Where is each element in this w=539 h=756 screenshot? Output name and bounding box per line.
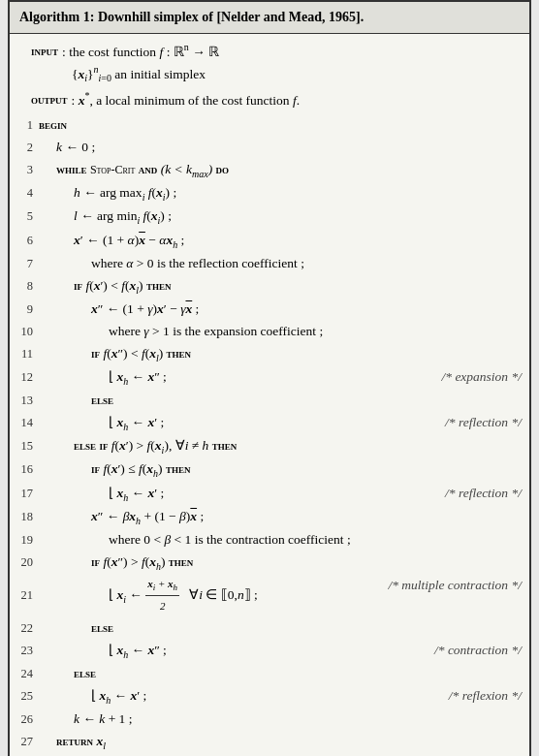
line-content-7: where α > 0 is the reflection coefficien…: [39, 254, 522, 274]
line-content-24: else: [39, 664, 522, 684]
line-num-27: 27: [17, 733, 39, 751]
line-12: 12 ⌊ xh ← x″ ; /* expansion */: [17, 366, 522, 390]
line-content-26: k ← k + 1 ;: [39, 709, 522, 730]
line-13-text: else: [91, 391, 113, 411]
line-12-text: ⌊ xh ← x″ ;: [109, 367, 167, 389]
line-num-8: 8: [17, 277, 39, 296]
line-content-22: else: [39, 618, 522, 639]
line-20-text: if f(x″) > f(xh) then: [91, 552, 193, 574]
line-content-12: ⌊ xh ← x″ ; /* expansion */: [39, 367, 522, 389]
line-num-10: 10: [17, 323, 39, 341]
line-content-16: if f(x′) ≤ f(xh) then: [39, 459, 522, 481]
line-content-3: while Stop-Crit and (k < kmax) do: [39, 160, 522, 181]
line-num-22: 22: [17, 619, 39, 638]
line-content-8: if f(x′) < f(xl) then: [39, 276, 522, 298]
line-19-text: where 0 < β < 1 is the contraction coeff…: [109, 530, 351, 551]
line-22-text: else: [91, 618, 113, 639]
begin-keyword: begin: [39, 115, 67, 136]
line-num-24: 24: [17, 665, 39, 683]
line-14-text: ⌊ xh ← x′ ;: [109, 413, 164, 434]
line-content-27: return xl: [39, 732, 522, 753]
line-18-text: x″ ← βxh + (1 − β)x ;: [91, 507, 204, 528]
input-text1: : the cost function f : ℝn → ℝ: [62, 40, 219, 62]
line-21-comment: /* multiple contraction */: [388, 576, 522, 596]
line-9: 9 x″ ← (1 + γ)x′ − γx ;: [17, 299, 522, 321]
line-10: 10 where γ > 1 is the expansion coeffici…: [17, 321, 522, 343]
line-14-comment: /* reflection */: [445, 413, 522, 433]
line-num-14: 14: [17, 414, 39, 432]
line-5-text: l ← arg mini f(xi) ;: [74, 206, 172, 228]
line-content-11: if f(x″) < f(xl) then: [39, 344, 522, 365]
line-26: 26 k ← k + 1 ;: [17, 709, 522, 731]
line-num-11: 11: [17, 345, 39, 363]
line-content-6: x′ ← (1 + α)x − αxh ;: [39, 231, 522, 252]
algorithm-body: input : the cost function f : ℝn → ℝ {xi…: [10, 34, 529, 756]
line-num-5: 5: [17, 207, 39, 226]
line-25-comment: /* reflexion */: [449, 686, 522, 707]
line-25-text: ⌊ xh ← x′ ;: [91, 686, 146, 708]
line-content-9: x″ ← (1 + γ)x′ − γx ;: [39, 299, 522, 320]
line-9-text: x″ ← (1 + γ)x′ − γx ;: [91, 299, 199, 320]
output-line: output : x*, a local minimum of the cost…: [31, 88, 522, 110]
line-24: 24 else: [17, 663, 522, 685]
line-num-17: 17: [17, 485, 39, 503]
line-3-text: while Stop-Crit and (k < kmax) do: [56, 160, 229, 181]
line-content-4: h ← arg maxi f(xi) ;: [39, 183, 522, 205]
line-num-2: 2: [17, 139, 39, 157]
line-17-comment: /* reflection */: [445, 484, 522, 504]
line-21: 21 ⌊ xi ← xi + xh2 ∀i ∈ ⟦0,n⟧ ; /* multi…: [17, 575, 522, 617]
line-3: 3 while Stop-Crit and (k < kmax) do: [17, 159, 522, 182]
line-content-23: ⌊ xh ← x″ ; /* contraction */: [39, 641, 522, 662]
line-num-16: 16: [17, 460, 39, 479]
line-6-text: x′ ← (1 + α)x − αxh ;: [74, 231, 184, 252]
output-text: : x*, a local minimum of the cost functi…: [72, 88, 301, 110]
line-content-25: ⌊ xh ← x′ ; /* reflexion */: [39, 686, 522, 708]
line-content-19: where 0 < β < 1 is the contraction coeff…: [39, 530, 522, 551]
line-num-26: 26: [17, 710, 39, 729]
line-content-2: k ← 0 ;: [39, 138, 522, 158]
line-7: 7 where α > 0 is the reflection coeffici…: [17, 253, 522, 275]
line-17: 17 ⌊ xh ← x′ ; /* reflection */: [17, 483, 522, 506]
line-23-text: ⌊ xh ← x″ ;: [109, 641, 167, 662]
line-21-text: ⌊ xi ← xi + xh2 ∀i ∈ ⟦0,n⟧ ;: [109, 576, 258, 616]
line-num-15: 15: [17, 437, 39, 456]
line-16-text: if f(x′) ≤ f(xh) then: [91, 459, 190, 481]
line-6: 6 x′ ← (1 + α)x − αxh ;: [17, 230, 522, 253]
line-num-4: 4: [17, 184, 39, 203]
line-num-20: 20: [17, 553, 39, 572]
line-content-5: l ← arg mini f(xi) ;: [39, 206, 522, 228]
input-text2: {xi}ni=0 an initial simplex: [72, 62, 206, 86]
line-content-1: begin: [39, 115, 522, 136]
line-15-text: else if f(x′) > f(xi), ∀i ≠ h then: [74, 436, 237, 457]
line-14: 14 ⌊ xh ← x′ ; /* reflection */: [17, 412, 522, 435]
line-num-13: 13: [17, 392, 39, 410]
line-2: 2 k ← 0 ;: [17, 137, 522, 159]
line-content-15: else if f(x′) > f(xi), ∀i ≠ h then: [39, 436, 522, 457]
line-15: 15 else if f(x′) > f(xi), ∀i ≠ h then: [17, 435, 522, 458]
line-16: 16 if f(x′) ≤ f(xh) then: [17, 458, 522, 482]
line-num-21: 21: [17, 586, 39, 605]
line-8: 8 if f(x′) < f(xl) then: [17, 275, 522, 299]
line-num-6: 6: [17, 232, 39, 250]
line-content-17: ⌊ xh ← x′ ; /* reflection */: [39, 484, 522, 505]
line-content-21: ⌊ xi ← xi + xh2 ∀i ∈ ⟦0,n⟧ ; /* multiple…: [39, 576, 522, 616]
input-line2: {xi}ni=0 an initial simplex: [31, 62, 522, 86]
line-2-text: k ← 0 ;: [56, 138, 95, 158]
algorithm-title-text: : Downhill simplex of [Nelder and Mead, …: [90, 10, 364, 24]
line-20: 20 if f(x″) > f(xh) then: [17, 551, 522, 575]
line-num-3: 3: [17, 161, 39, 179]
line-11-text: if f(x″) < f(xl) then: [91, 344, 191, 365]
input-keyword: input: [31, 42, 58, 62]
line-num-7: 7: [17, 255, 39, 273]
algorithm-label: Algorithm 1: [19, 10, 90, 24]
output-block: output : x*, a local minimum of the cost…: [17, 88, 522, 110]
input-block: input : the cost function f : ℝn → ℝ {xi…: [17, 40, 522, 86]
line-17-text: ⌊ xh ← x′ ;: [109, 484, 164, 505]
line-content-10: where γ > 1 is the expansion coefficient…: [39, 322, 522, 342]
line-num-12: 12: [17, 368, 39, 387]
input-line1: input : the cost function f : ℝn → ℝ: [31, 40, 522, 62]
line-24-text: else: [74, 664, 96, 684]
line-8-text: if f(x′) < f(xl) then: [74, 276, 171, 298]
line-23-comment: /* contraction */: [434, 641, 522, 661]
line-4: 4 h ← arg maxi f(xi) ;: [17, 182, 522, 205]
